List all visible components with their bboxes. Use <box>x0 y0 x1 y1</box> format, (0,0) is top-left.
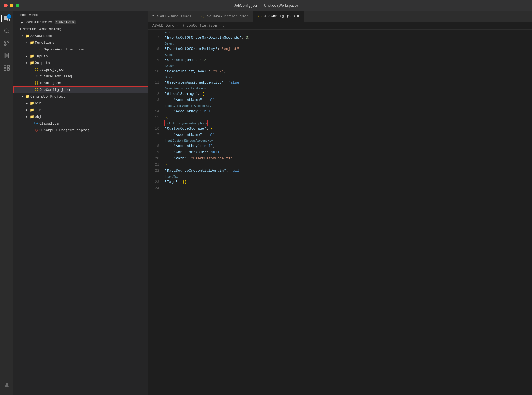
folder-lib-label: lib <box>35 108 41 112</box>
code-line-19: 19 "ContainerName": null, <box>148 149 532 155</box>
folder-inputs-label: Inputs <box>35 54 48 58</box>
code-line-10: 10 "CompatibilityLevel": "1.2", <box>148 68 532 75</box>
code-line-8: 8 "EventsOutOfOrderPolicy": "Adjust", <box>148 46 532 52</box>
code-line-13: 13 "AccountName": null, <box>148 97 532 103</box>
close-button[interactable] <box>4 4 8 7</box>
hint-8: Select <box>148 41 532 46</box>
squarefunction-icon: {} <box>38 47 44 52</box>
tabs-bar: ≡ ASAUDFDemo.asaql {} SquareFunction.jso… <box>148 11 532 22</box>
bin-folder-icon: 📁 <box>29 100 35 106</box>
file-asaql[interactable]: ≡ ASAUDFDemo.asaql <box>13 73 148 80</box>
csproj-icon: ⬡ <box>34 127 39 133</box>
tab-asaql[interactable]: ≡ ASAUDFDemo.asaql <box>148 11 196 22</box>
line-num-15: 15 <box>148 114 165 121</box>
code-line-7: 7 "EventsOutOfOrderMaxDelayInSeconds": 0… <box>148 35 532 41</box>
code-line-12: 12 "GlobalStorage": { <box>148 91 532 97</box>
hint-text-16: Select from your subscriptions <box>165 121 207 126</box>
activity-run[interactable] <box>1 50 12 61</box>
svg-rect-14 <box>7 68 9 70</box>
code-line-20: 20 "Path": "UserCustomCode.zip" <box>148 155 532 162</box>
activity-search[interactable] <box>1 25 12 36</box>
code-line-22: 22 "DataSourceCredentialDomain": null, <box>148 168 532 174</box>
csharp-chevron: ▾ <box>20 94 25 99</box>
inputjson-icon: {} <box>34 80 39 86</box>
line-content-17: "AccountName": null, <box>165 132 532 138</box>
line-num-19: 19 <box>148 149 165 155</box>
hint-text-8: Select <box>165 41 174 46</box>
outputs-chevron: ▶ <box>25 61 29 65</box>
line-content-16: "CustomCodeStorage": { <box>165 126 532 132</box>
functions-folder-icon: 📁 <box>29 40 35 45</box>
line-content-11: "UseSystemAssignedIdentity": false, <box>165 80 532 86</box>
line-content-8: "EventsOutOfOrderPolicy": "Adjust", <box>165 46 532 52</box>
folder-functions[interactable]: ▾ 📁 Functions <box>13 39 148 46</box>
folder-obj[interactable]: ▶ 📁 obj <box>13 113 148 120</box>
tab-jobconfig-icon: {} <box>258 14 262 18</box>
hint-14: Input Global Storage Account Key <box>148 103 532 108</box>
hint-7: Edit <box>148 30 532 35</box>
file-squarefunction[interactable]: {} SquareFunction.json <box>13 46 148 53</box>
line-content-13: "AccountName": null, <box>165 97 532 103</box>
line-num-12: 12 <box>148 91 165 97</box>
line-content-9: "StreamingUnits": 3, <box>165 57 532 63</box>
svg-rect-12 <box>7 65 9 67</box>
bin-chevron: ▶ <box>25 101 29 105</box>
workspace-chevron: ▾ <box>16 27 20 31</box>
folder-outputs[interactable]: ▶ 📁 Outputs <box>13 59 148 66</box>
line-content-12: "GlobalStorage": { <box>165 91 532 97</box>
folder-asaudfdemo[interactable]: ▾ 📁 ASAUDFDemo <box>13 33 148 39</box>
line-content-23: "Tags": {} <box>165 179 532 185</box>
activity-extensions[interactable] <box>1 62 12 74</box>
line-num-24: 24 <box>148 185 165 191</box>
line-num-10: 10 <box>148 68 165 75</box>
open-editors-section[interactable]: ▶ OPEN EDITORS 1 UNSAVED <box>13 19 148 26</box>
activity-bar: 1 <box>0 11 13 395</box>
csharp-folder-icon: 📁 <box>25 94 30 99</box>
hint-9: Select <box>148 52 532 57</box>
folder-lib[interactable]: ▶ 📁 lib <box>13 107 148 113</box>
breadcrumb-part2: {} JobConfig.json <box>180 24 217 28</box>
inputs-folder-icon: 📁 <box>29 53 35 59</box>
window-title: JobConfig.json — Untitled (Workspace) <box>234 3 298 8</box>
hint-23: Insert Tag <box>148 174 532 179</box>
folder-functions-label: Functions <box>35 41 54 45</box>
hint-11: Select <box>148 75 532 80</box>
activity-azure[interactable] <box>1 379 12 391</box>
code-line-24: 24 } <box>148 185 532 191</box>
folder-csharp[interactable]: ▾ 📁 CSharpUDFProject <box>13 93 148 100</box>
hint-text-18: Input Custom Storage Account Key <box>165 138 213 143</box>
breadcrumb-sep2: › <box>219 24 221 28</box>
code-editor[interactable]: Edit 7 "EventsOutOfOrderMaxDelayInSecond… <box>148 30 532 395</box>
tab-jobconfig-label: JobConfig.json <box>264 14 295 18</box>
outputs-folder-icon: 📁 <box>29 60 35 66</box>
line-content-15: }, <box>165 114 532 121</box>
file-csproj[interactable]: ⬡ CSharpUDFProject.csproj <box>13 127 148 134</box>
hint-text-7: Edit <box>165 30 170 35</box>
line-num-13: 13 <box>148 97 165 103</box>
activity-explorer[interactable]: 1 <box>1 13 12 24</box>
file-class1[interactable]: C# Class1.cs <box>13 120 148 127</box>
file-jobconfig[interactable]: {} JobConfig.json <box>13 86 148 93</box>
activity-source-control[interactable] <box>1 38 12 49</box>
inputs-chevron: ▶ <box>25 54 29 58</box>
folder-inputs[interactable]: ▶ 📁 Inputs <box>13 53 148 59</box>
jobconfig-icon: {} <box>34 87 39 93</box>
file-squarefunction-label: SquareFunction.json <box>44 47 85 52</box>
file-asaproj[interactable]: {} asaproj.json <box>13 66 148 73</box>
asaql-icon: ≡ <box>34 74 39 79</box>
code-line-18: 18 "AccountKey": null, <box>148 143 532 149</box>
maximize-button[interactable] <box>16 4 19 7</box>
hint-text-10: Select <box>165 63 174 68</box>
hint-text-23: Insert Tag <box>165 174 178 179</box>
folder-outputs-label: Outputs <box>35 61 50 65</box>
folder-bin[interactable]: ▶ 📁 bin <box>13 100 148 107</box>
tab-squarefunction[interactable]: {} SquareFunction.json <box>196 11 253 22</box>
breadcrumb: ASAUDFDemo › {} JobConfig.json › ... <box>148 22 532 30</box>
sidebar: EXPLORER ▶ OPEN EDITORS 1 UNSAVED ▾ UNTI… <box>13 11 148 395</box>
tab-jobconfig[interactable]: {} JobConfig.json <box>253 11 304 22</box>
workspace-root[interactable]: ▾ UNTITLED (WORKSPACE) <box>13 26 148 33</box>
explorer-badge: 1 <box>7 14 11 19</box>
file-inputjson[interactable]: {} input.json <box>13 80 148 86</box>
minimize-button[interactable] <box>10 4 13 7</box>
folder-csharp-label: CSharpUDFProject <box>30 95 65 99</box>
